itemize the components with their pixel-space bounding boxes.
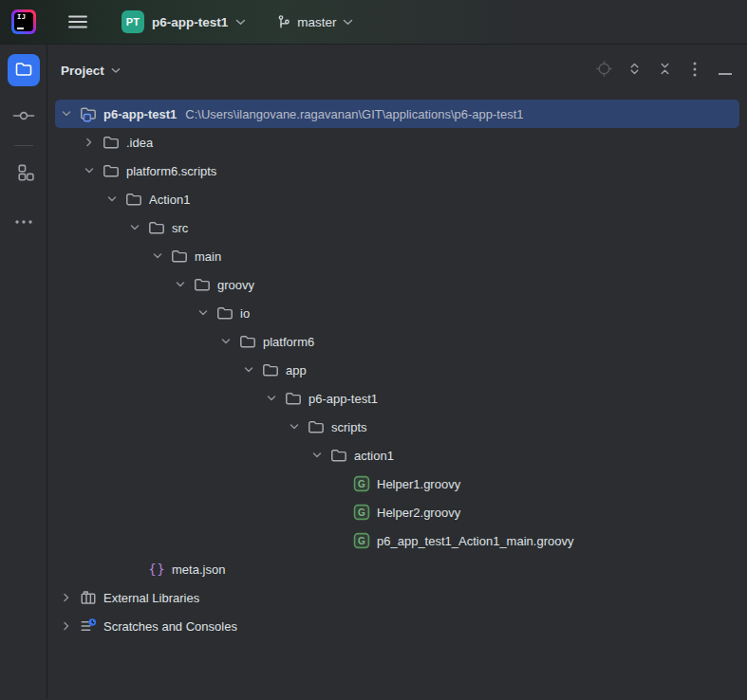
tree-item-label: Helper2.groovy [377, 506, 460, 520]
git-branch-icon [276, 14, 291, 29]
tree-item-label: scripts [331, 420, 367, 434]
folder-icon [125, 191, 142, 208]
tree-item-path: C:\Users\ilangovane.ragavanan\GIT\applic… [185, 107, 523, 121]
chevron-down-icon[interactable] [150, 249, 165, 264]
tree-row[interactable]: .idea [55, 128, 739, 157]
chevron-right-icon[interactable] [82, 135, 97, 150]
commit-tool-button[interactable] [8, 101, 40, 133]
tree-item-label: .idea [126, 136, 153, 150]
tree-row[interactable]: {}meta.json [55, 555, 739, 583]
svg-text:G: G [358, 507, 365, 518]
structure-tool-button[interactable] [8, 157, 40, 190]
tree-row[interactable]: Scratches and Consoles [55, 612, 739, 640]
project-badge: PT [121, 10, 144, 33]
more-options-button[interactable] [685, 61, 704, 80]
groovy-file-icon: G [353, 532, 370, 549]
kebab-menu-icon [693, 62, 697, 80]
folder-icon [285, 390, 302, 407]
project-selector[interactable]: PT p6-app-test1 [116, 7, 252, 37]
chevron-down-icon[interactable] [287, 419, 302, 434]
folder-icon [14, 60, 33, 82]
project-name: p6-app-test1 [152, 15, 228, 29]
tree-row[interactable]: p6-app-test1C:\Users\ilangovane.ragavana… [55, 100, 739, 128]
tree-row[interactable]: platform6.scripts [55, 157, 739, 185]
chevron-down-icon[interactable] [241, 362, 256, 378]
tree-row[interactable]: p6-app-test1 [55, 384, 739, 413]
collapse-all-button[interactable] [655, 61, 674, 80]
tree-row[interactable]: scripts [55, 413, 739, 441]
project-folder-icon [80, 105, 97, 122]
project-file-tree: p6-app-test1C:\Users\ilangovane.ragavana… [47, 96, 747, 699]
tree-item-label: platform6 [263, 335, 314, 349]
structure-icon [13, 162, 34, 186]
tree-row[interactable]: src [55, 213, 739, 242]
tree-item-label: groovy [217, 278, 254, 292]
expand-all-button[interactable] [625, 61, 644, 80]
chevron-down-icon [111, 67, 121, 74]
chevron-right-icon[interactable] [59, 618, 74, 634]
tree-row[interactable]: GHelper1.groovy [55, 470, 739, 498]
expand-all-icon [627, 61, 642, 80]
svg-text:G: G [358, 536, 365, 546]
tree-row[interactable]: Action1 [55, 185, 739, 213]
minimize-icon [719, 64, 732, 78]
tree-item-label: p6_app_test1_Action1_main.groovy [377, 534, 573, 548]
intellij-idea-logo-icon: IJ [11, 9, 36, 34]
folder-icon [330, 447, 347, 464]
chevron-spacer [332, 505, 347, 520]
chevron-down-icon[interactable] [59, 106, 74, 121]
chevron-down-icon[interactable] [309, 448, 325, 463]
tree-item-label: Helper1.groovy [377, 477, 460, 491]
chevron-right-icon[interactable] [59, 590, 74, 605]
chevron-down-icon[interactable] [173, 277, 188, 292]
json-file-icon: {} [148, 561, 165, 578]
svg-text:{: { [148, 562, 156, 577]
chevron-spacer [127, 562, 142, 577]
folder-icon [194, 276, 211, 293]
tree-row[interactable]: platform6 [55, 327, 739, 356]
tree-item-label: action1 [354, 449, 394, 463]
tree-item-label: Action1 [149, 193, 190, 207]
tree-row[interactable]: io [55, 299, 739, 327]
chevron-spacer [332, 476, 347, 491]
groovy-file-icon: G [353, 504, 370, 521]
project-tool-button[interactable] [8, 54, 40, 86]
folder-icon [239, 333, 256, 350]
project-panel-header: Project [47, 45, 747, 96]
stripe-divider [14, 145, 33, 146]
tree-row[interactable]: External Libraries [55, 583, 739, 612]
chevron-down-icon[interactable] [82, 163, 97, 178]
more-dots-icon [14, 213, 33, 228]
tree-row[interactable]: app [55, 356, 739, 384]
tree-item-label: p6-app-test1 [103, 107, 177, 121]
tree-row[interactable]: Gp6_app_test1_Action1_main.groovy [55, 526, 739, 555]
main-toolbar: IJ PT p6-app-test1 master [0, 0, 747, 45]
project-view-selector[interactable]: Project [61, 64, 121, 78]
tree-item-label: io [240, 306, 250, 321]
tree-row[interactable]: GHelper2.groovy [55, 498, 739, 526]
chevron-down-icon[interactable] [218, 334, 233, 349]
branch-selector[interactable]: master [271, 10, 358, 33]
more-tools-button[interactable] [8, 204, 40, 236]
chevron-down-icon[interactable] [264, 391, 279, 406]
tree-item-label: platform6.scripts [126, 164, 216, 178]
tree-row[interactable]: action1 [55, 441, 739, 470]
tree-item-label: External Libraries [103, 591, 199, 605]
folder-icon [308, 418, 325, 435]
tree-row[interactable]: groovy [55, 270, 739, 299]
chevron-down-icon [235, 19, 246, 26]
folder-icon [262, 361, 279, 378]
chevron-down-icon[interactable] [196, 305, 211, 321]
hamburger-menu-icon[interactable] [68, 14, 87, 29]
folder-icon [103, 162, 120, 179]
scratches-icon [80, 617, 97, 635]
locate-file-button[interactable] [594, 61, 613, 80]
chevron-spacer [332, 533, 347, 548]
tree-item-label: p6-app-test1 [308, 392, 378, 406]
collapse-all-icon [658, 61, 672, 80]
hide-panel-button[interactable] [716, 61, 735, 80]
chevron-down-icon[interactable] [104, 192, 120, 207]
chevron-down-icon[interactable] [127, 220, 142, 235]
tree-row[interactable]: main [55, 242, 739, 270]
folder-icon [148, 219, 165, 236]
